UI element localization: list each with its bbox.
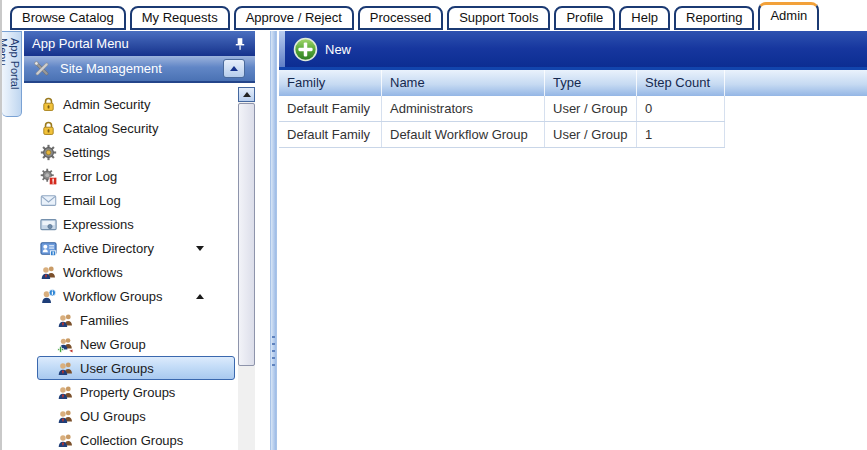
sidebar-item-label: Active Directory: [63, 241, 154, 256]
sidebar-item-label: New Group: [80, 337, 146, 352]
sidebar-item-label: Catalog Security: [63, 121, 158, 136]
people-add-icon: [57, 336, 74, 353]
gear-error-icon: [40, 168, 57, 185]
person-info-icon: [40, 288, 57, 305]
sidebar-item-workflows[interactable]: Workflows: [24, 260, 238, 284]
tab-my-requests[interactable]: My Requests: [130, 6, 230, 30]
main-content: New Family Name Type Step Count Default …: [279, 31, 867, 450]
column-header-name[interactable]: Name: [382, 70, 545, 96]
sidebar-item-collection-groups[interactable]: Collection Groups: [24, 428, 238, 450]
tab-reporting[interactable]: Reporting: [674, 6, 754, 30]
table-row[interactable]: Default Family Administrators User / Gro…: [279, 96, 725, 122]
table-row[interactable]: Default Family Default Workflow Group Us…: [279, 122, 725, 148]
cell-name[interactable]: Default Workflow Group: [382, 122, 545, 147]
cell-step-count[interactable]: 0: [637, 96, 725, 121]
tab-help[interactable]: Help: [619, 6, 670, 30]
toolbar-grip-icon: [279, 31, 285, 67]
envelope-icon: [40, 192, 57, 209]
people-icon: [57, 360, 74, 377]
tab-support-tools[interactable]: Support Tools: [447, 6, 550, 30]
sidebar-item-label: Email Log: [63, 193, 121, 208]
column-header-type[interactable]: Type: [545, 70, 637, 96]
cell-type[interactable]: User / Group: [545, 96, 637, 121]
column-header-step-count[interactable]: Step Count: [637, 70, 725, 96]
chevron-down-icon[interactable]: [196, 246, 204, 251]
sidebar-item-label: Error Log: [63, 169, 117, 184]
sidebar-scrollbar[interactable]: [238, 87, 255, 450]
scroll-up-button[interactable]: [238, 87, 255, 102]
column-header-family[interactable]: Family: [279, 70, 382, 96]
new-button[interactable]: New: [293, 37, 351, 62]
sidebar-item-email-log[interactable]: Email Log: [24, 188, 238, 212]
cell-step-count[interactable]: 1: [637, 122, 725, 147]
lock-icon: [40, 96, 57, 113]
people-icon: [57, 312, 74, 329]
sidebar-item-property-groups[interactable]: Property Groups: [24, 380, 238, 404]
app-portal-menu-vertical-tab[interactable]: App Portal Menu: [2, 31, 22, 117]
cell-type[interactable]: User / Group: [545, 122, 637, 147]
cell-name[interactable]: Administrators: [382, 96, 545, 121]
tab-browse-catalog[interactable]: Browse Catalog: [10, 6, 126, 30]
sidebar-item-settings[interactable]: Settings: [24, 140, 238, 164]
directory-card-icon: [40, 240, 57, 257]
main-toolbar: New: [279, 31, 867, 67]
app-portal-window: Browse Catalog My Requests Approve / Rej…: [0, 0, 867, 450]
scrollbar-thumb[interactable]: [238, 103, 255, 366]
sidebar-item-label: Settings: [63, 145, 110, 160]
sidebar-item-label: Workflow Groups: [63, 289, 162, 304]
chevron-up-icon[interactable]: [196, 294, 204, 299]
gear-icon: [40, 144, 57, 161]
section-title: Site Management: [60, 61, 223, 76]
people-icon: [40, 264, 57, 281]
column-header-filler: [725, 70, 867, 96]
splitter-band: [270, 31, 277, 450]
sidebar-item-expressions[interactable]: Expressions: [24, 212, 238, 236]
sidebar-item-families[interactable]: Families: [24, 308, 238, 332]
expressions-icon: [40, 216, 57, 233]
sidebar-item-label: Families: [80, 313, 128, 328]
sidebar-item-label: Collection Groups: [80, 433, 183, 448]
cell-family[interactable]: Default Family: [279, 96, 382, 121]
sidebar-header: App Portal Menu: [24, 31, 255, 56]
people-icon: [57, 384, 74, 401]
new-button-label: New: [325, 42, 351, 57]
tab-profile[interactable]: Profile: [554, 6, 615, 30]
sidebar-item-workflow-groups[interactable]: Workflow Groups: [24, 284, 238, 308]
sidebar-item-active-directory[interactable]: Active Directory: [24, 236, 238, 260]
plus-circle-icon: [293, 37, 318, 62]
sidebar-item-catalog-security[interactable]: Catalog Security: [24, 116, 238, 140]
tab-admin[interactable]: Admin: [758, 2, 819, 30]
lock-icon: [40, 120, 57, 137]
sidebar-item-label: Expressions: [63, 217, 134, 232]
sidebar-item-label: Admin Security: [63, 97, 150, 112]
sidebar-item-new-group[interactable]: New Group: [24, 332, 238, 356]
splitter-grip-icon: [272, 336, 275, 369]
section-site-management[interactable]: Site Management: [24, 56, 255, 83]
sidebar-item-label: User Groups: [80, 361, 154, 376]
panel-splitter[interactable]: [267, 31, 279, 450]
pin-icon[interactable]: [233, 37, 247, 51]
tab-processed[interactable]: Processed: [358, 6, 443, 30]
sidebar-item-user-groups[interactable]: User Groups: [37, 356, 235, 380]
sidebar-item-admin-security[interactable]: Admin Security: [24, 92, 238, 116]
tab-approve-reject[interactable]: Approve / Reject: [234, 6, 354, 30]
grid-header: Family Name Type Step Count: [279, 70, 867, 96]
sidebar-item-label: OU Groups: [80, 409, 146, 424]
top-tab-bar: Browse Catalog My Requests Approve / Rej…: [2, 0, 867, 30]
people-icon: [57, 408, 74, 425]
tools-icon: [32, 59, 52, 79]
sidebar-title: App Portal Menu: [32, 36, 233, 51]
people-icon: [57, 432, 74, 449]
section-collapse-button[interactable]: [223, 59, 245, 78]
sidebar-item-list: Admin Security Catalog Security Settings…: [24, 83, 255, 450]
sidebar-item-label: Property Groups: [80, 385, 175, 400]
sidebar-item-ou-groups[interactable]: OU Groups: [24, 404, 238, 428]
sidebar: App Portal Menu Site Management Admin Se…: [24, 31, 255, 450]
cell-family[interactable]: Default Family: [279, 122, 382, 147]
sidebar-item-label: Workflows: [63, 265, 123, 280]
sidebar-item-error-log[interactable]: Error Log: [24, 164, 238, 188]
up-arrow-icon: [230, 66, 238, 71]
up-arrow-icon: [243, 92, 251, 97]
